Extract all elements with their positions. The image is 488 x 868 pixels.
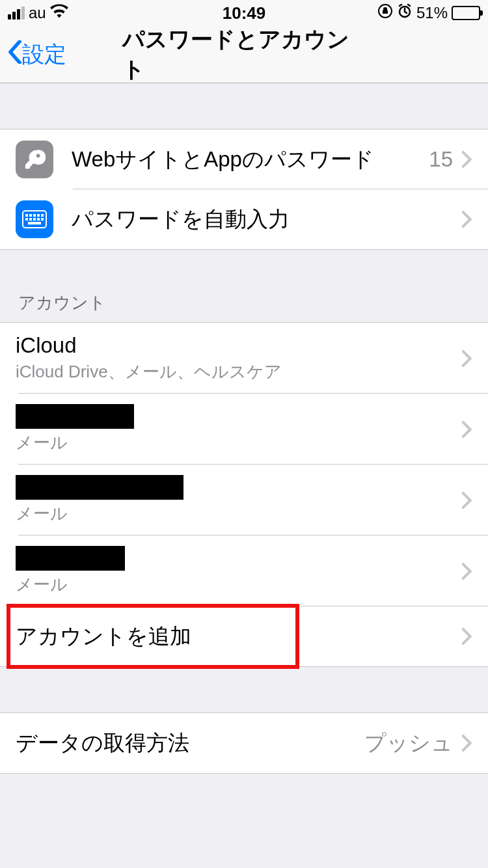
cell-label: パスワードを自動入力 [72, 205, 462, 234]
chevron-right-icon [462, 151, 472, 168]
account-cell[interactable]: メール [0, 536, 488, 606]
status-time: 10:49 [223, 3, 266, 23]
chevron-right-icon [462, 563, 472, 580]
account-subtitle: メール [16, 573, 472, 596]
svg-rect-7 [41, 214, 44, 217]
cell-detail: 15 [429, 147, 453, 172]
accounts-section: アカウント iCloudiCloud Drive、メール、ヘルスケアメールメール… [0, 250, 488, 667]
key-icon [16, 141, 53, 178]
wifi-icon [50, 4, 68, 22]
redacted-account-name [16, 475, 183, 500]
autofill-passwords-cell[interactable]: パスワードを自動入力 [0, 189, 488, 249]
chevron-left-icon [8, 40, 22, 69]
svg-rect-5 [33, 214, 36, 217]
svg-rect-10 [33, 218, 36, 221]
svg-rect-8 [25, 218, 28, 221]
account-subtitle: メール [16, 502, 472, 525]
signal-strength-icon [8, 7, 25, 20]
keyboard-icon [16, 200, 53, 238]
svg-rect-3 [25, 214, 28, 217]
passwords-group: WebサイトとAppのパスワード 15 パスワードを自動入力 [0, 129, 488, 250]
cell-label: WebサイトとAppのパスワード [72, 145, 429, 174]
section-gap [0, 83, 488, 129]
chevron-right-icon [462, 350, 472, 367]
cell-detail: プッシュ [364, 729, 453, 758]
svg-rect-9 [29, 218, 32, 221]
chevron-right-icon [462, 492, 472, 509]
account-title: iCloud [16, 333, 77, 358]
accounts-header: アカウント [0, 292, 488, 322]
status-right: 51% [377, 3, 480, 23]
account-cell[interactable]: メール [0, 465, 488, 536]
chevron-right-icon [462, 628, 472, 645]
battery-icon [452, 6, 480, 20]
status-bar: au 10:49 51% [0, 0, 488, 26]
section-gap [0, 250, 488, 292]
alarm-icon [397, 3, 413, 23]
orientation-lock-icon [377, 3, 393, 23]
svg-rect-4 [29, 214, 32, 217]
section-gap [0, 667, 488, 712]
accounts-group: iCloudiCloud Drive、メール、ヘルスケアメールメールメールアカウ… [0, 322, 488, 667]
status-left: au [8, 4, 68, 22]
svg-rect-11 [37, 218, 40, 221]
back-button[interactable]: 設定 [8, 40, 66, 70]
battery-percent: 51% [416, 4, 448, 22]
back-label: 設定 [22, 40, 66, 70]
websites-apps-passwords-cell[interactable]: WebサイトとAppのパスワード 15 [0, 129, 488, 189]
cell-label: データの取得方法 [16, 729, 364, 758]
fetch-schedule-cell[interactable]: データの取得方法 プッシュ [0, 713, 488, 773]
svg-rect-13 [28, 222, 41, 224]
svg-rect-12 [41, 218, 44, 221]
page-title: パスワードとアカウント [122, 25, 366, 85]
account-cell[interactable]: メール [0, 394, 488, 465]
redacted-account-name [16, 546, 125, 571]
carrier-label: au [29, 4, 46, 22]
redacted-account-name [16, 404, 134, 429]
chevron-right-icon [462, 211, 472, 228]
add-account-cell[interactable]: アカウントを追加 [0, 606, 488, 666]
fetch-group: データの取得方法 プッシュ [0, 712, 488, 774]
chevron-right-icon [462, 735, 472, 752]
account-subtitle: iCloud Drive、メール、ヘルスケア [16, 360, 472, 383]
cell-label: アカウントを追加 [16, 622, 462, 651]
svg-rect-6 [37, 214, 40, 217]
account-subtitle: メール [16, 431, 472, 454]
nav-bar: 設定 パスワードとアカウント [0, 26, 488, 83]
chevron-right-icon [462, 421, 472, 438]
account-cell[interactable]: iCloudiCloud Drive、メール、ヘルスケア [0, 323, 488, 394]
